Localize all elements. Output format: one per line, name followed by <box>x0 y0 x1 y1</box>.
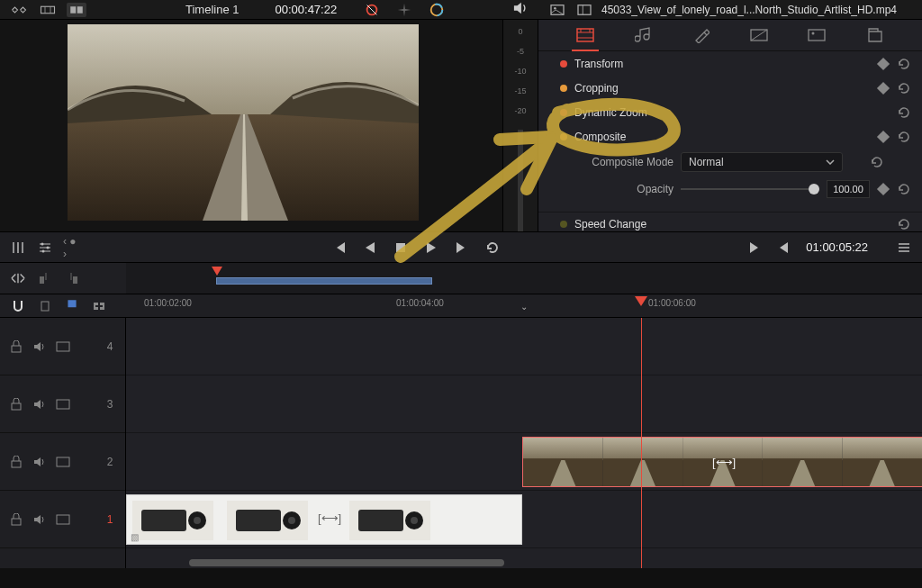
monitor-icon[interactable] <box>56 397 70 412</box>
track-header-2[interactable]: 2 <box>0 433 125 491</box>
prop-transform[interactable]: Transform <box>538 51 922 76</box>
reset-icon[interactable] <box>897 217 911 231</box>
tab-transition[interactable] <box>749 25 769 45</box>
tab-image[interactable] <box>807 25 827 45</box>
clip-hardware-v1[interactable]: [⟷] ▧ <box>126 494 522 545</box>
lock-icon[interactable] <box>9 339 23 354</box>
track-header-1[interactable]: 1 <box>0 491 125 548</box>
reset-icon[interactable] <box>897 81 911 95</box>
stop-button[interactable] <box>392 239 410 257</box>
monitor-icon[interactable] <box>56 339 70 354</box>
chevron-down-icon <box>826 159 835 165</box>
mini-playhead[interactable] <box>212 267 222 276</box>
lock-icon[interactable] <box>9 397 23 412</box>
snap-icon[interactable] <box>9 297 27 315</box>
toggle-dot[interactable] <box>560 60 567 68</box>
prop-composite[interactable]: Composite <box>538 124 922 149</box>
tab-audio[interactable] <box>633 25 653 45</box>
marker-add-icon[interactable] <box>90 297 108 315</box>
bypass-fx-icon[interactable] <box>364 2 380 18</box>
svg-point-28 <box>42 249 45 252</box>
reset-icon[interactable] <box>897 130 911 144</box>
match-frame-button[interactable] <box>745 239 763 257</box>
tool-icon-1[interactable] <box>9 3 29 17</box>
svg-point-22 <box>812 32 815 35</box>
opacity-value[interactable]: 100.00 <box>827 180 870 198</box>
reset-icon[interactable] <box>897 182 911 196</box>
chevron-down-icon: ⌄ <box>520 302 529 311</box>
link-icon[interactable] <box>36 297 54 315</box>
svg-rect-53 <box>763 438 843 460</box>
options-menu-icon[interactable] <box>895 239 913 257</box>
keyframe-icon[interactable] <box>877 82 890 95</box>
tool-icon-2[interactable] <box>38 3 58 17</box>
speaker-icon[interactable] <box>32 512 47 527</box>
tab-video[interactable] <box>575 25 595 45</box>
opacity-slider[interactable] <box>681 179 819 199</box>
flag-icon[interactable] <box>63 297 81 315</box>
track-header-4[interactable]: 4 <box>0 318 125 375</box>
mini-range[interactable] <box>216 277 432 285</box>
toggle-dot[interactable] <box>560 109 567 116</box>
toggle-dot[interactable] <box>560 85 567 92</box>
reset-icon[interactable] <box>870 155 884 169</box>
tool-icon-3[interactable] <box>67 3 86 17</box>
svg-point-26 <box>41 242 44 245</box>
play-button[interactable] <box>422 239 440 257</box>
timeline-ruler[interactable]: 01:00:02:00 01:00:04:00 01:00:06:00 ⌄ <box>126 294 922 317</box>
lock-icon[interactable] <box>9 512 23 527</box>
reset-icon[interactable] <box>897 105 911 120</box>
side-panel-icon[interactable] <box>574 3 594 17</box>
volume-icon[interactable] <box>512 1 529 18</box>
audio-meter: 0 -5 -10 -15 -20 <box>502 20 538 231</box>
timeline-view-icon[interactable] <box>9 269 27 287</box>
markers-icon[interactable] <box>9 239 27 257</box>
tab-effects[interactable] <box>692 25 711 45</box>
timeline-title: Timeline 1 <box>185 3 239 16</box>
nav-prev-icon[interactable]: ‹ ● › <box>63 239 81 257</box>
go-to-in-button[interactable] <box>775 239 793 257</box>
speaker-icon[interactable] <box>32 397 47 412</box>
image-info-icon[interactable] <box>547 3 567 17</box>
track-header-3[interactable]: 3 <box>0 375 125 433</box>
keyframe-icon[interactable] <box>877 183 890 195</box>
timeline-scrollbar[interactable] <box>189 559 504 566</box>
svg-rect-41 <box>12 403 21 410</box>
clip-road-v2[interactable]: [⟷] <box>522 437 922 487</box>
svg-point-60 <box>194 517 201 524</box>
settings-icon[interactable] <box>36 239 54 257</box>
keyframe-icon[interactable] <box>877 58 890 70</box>
prop-speed-change[interactable]: Speed Change <box>538 212 922 231</box>
composite-mode-dropdown[interactable]: Normal <box>681 152 843 172</box>
monitor-icon[interactable] <box>56 512 70 527</box>
first-frame-button[interactable] <box>330 239 348 257</box>
timeline-tracks[interactable]: [⟷] [⟷] ▧ <box>126 318 922 568</box>
current-timecode[interactable]: 01:00:05:22 <box>806 240 868 254</box>
last-frame-button[interactable] <box>453 239 471 257</box>
speaker-icon[interactable] <box>32 455 47 469</box>
loop-button[interactable] <box>484 239 502 257</box>
composite-mode-label: Composite Mode <box>538 156 673 168</box>
toggle-dot[interactable] <box>560 133 567 140</box>
monitor-icon[interactable] <box>56 455 70 469</box>
audio-sync-icon[interactable] <box>36 269 54 287</box>
quick-export-icon[interactable] <box>429 2 445 18</box>
reset-icon[interactable] <box>897 57 911 71</box>
audio-sync-icon-2[interactable] <box>63 269 81 287</box>
svg-rect-39 <box>12 346 21 352</box>
transition-icon: [⟷] <box>712 456 736 469</box>
image-badge-icon: ▧ <box>131 532 139 542</box>
speaker-icon[interactable] <box>32 339 47 354</box>
lock-icon[interactable] <box>9 455 23 469</box>
sparkle-icon[interactable] <box>396 2 412 18</box>
playhead-marker[interactable] <box>635 296 647 306</box>
prop-dynamic-zoom[interactable]: Dynamic Zoom <box>538 100 922 124</box>
keyframe-icon[interactable] <box>877 131 890 143</box>
viewer-preview[interactable] <box>68 24 419 221</box>
playhead-line[interactable] <box>641 318 642 568</box>
play-reverse-button[interactable] <box>361 239 379 257</box>
mini-timeline[interactable] <box>126 263 922 294</box>
svg-rect-21 <box>809 30 825 41</box>
prop-cropping[interactable]: Cropping <box>538 76 922 100</box>
tab-file[interactable] <box>865 25 885 45</box>
